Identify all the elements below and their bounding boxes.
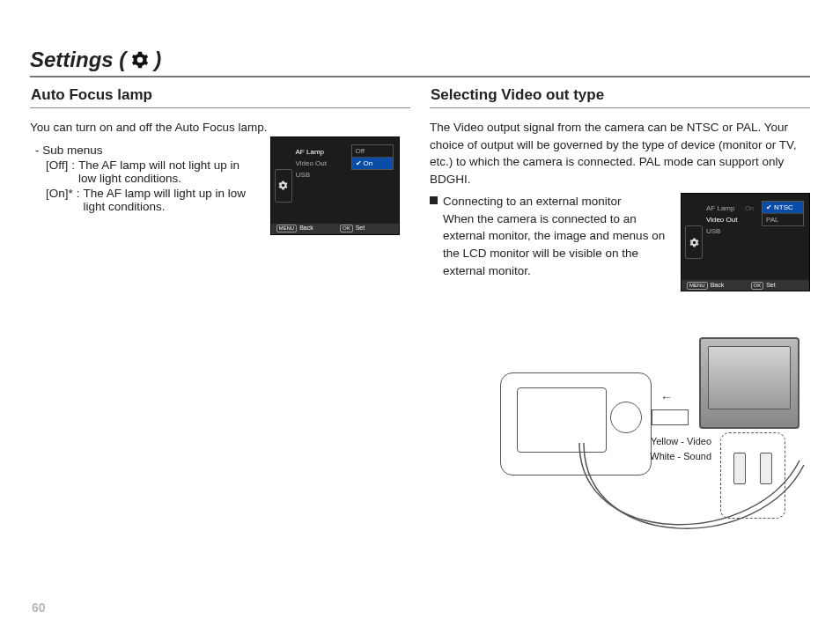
gear-icon <box>275 169 292 203</box>
lcd-back-label[interactable]: Back <box>711 282 725 288</box>
af-intro: You can turn on and off the Auto Focus l… <box>30 119 410 136</box>
submenu-desc: The AF lamp will not light up in low lig… <box>78 158 254 185</box>
lcd-menu-item[interactable]: Video Out <box>706 214 758 225</box>
usb-plug-icon <box>652 409 689 425</box>
lcd-menu-item[interactable]: USB <box>296 169 348 181</box>
cable-color-labels: Yellow - Video White - Sound <box>650 434 711 463</box>
title-suffix: ) <box>154 48 161 72</box>
menu-badge: MENU <box>276 225 298 232</box>
lcd-option[interactable]: NTSC <box>763 202 803 213</box>
submenu-desc: The AF lamp will light up in low light c… <box>84 187 260 213</box>
lcd-set-label[interactable]: Set <box>356 225 365 231</box>
left-column: Auto Focus lamp You can turn on and off … <box>30 85 410 566</box>
submenu-sep: : <box>68 158 78 185</box>
title-rule <box>30 76 810 77</box>
connect-block: Connecting to an external monitor When t… <box>430 193 668 279</box>
section-heading-af-lamp: Auto Focus lamp <box>30 85 410 108</box>
lcd-option[interactable]: Off <box>352 145 393 157</box>
lcd-menu-item[interactable]: AF Lamp <box>296 146 348 158</box>
submenu-block: - Sub menus [Off] : The AF lamp will not… <box>30 144 260 213</box>
arrow-left-icon: ← <box>660 390 673 404</box>
lcd-set-label[interactable]: Set <box>766 282 776 288</box>
lcd-option[interactable]: On <box>352 157 393 169</box>
lcd-footer: MENUBack OKSet <box>271 224 399 234</box>
label-white-sound: White - Sound <box>650 449 711 464</box>
gear-icon <box>685 225 703 259</box>
gear-icon <box>131 51 149 69</box>
lcd-back-label[interactable]: Back <box>299 225 313 231</box>
submenu-key: [Off] <box>46 158 68 185</box>
lcd-menu-list: AF Lamp :On Video Out USB <box>706 203 758 237</box>
submenu-key: [On]* <box>46 187 73 213</box>
connection-diagram: ← Yellow - Video White - Sound <box>430 337 810 566</box>
page-title: Settings ( ) <box>30 48 810 72</box>
lcd-footer: MENUBack OKSet <box>682 280 809 291</box>
lcd-menu-item[interactable]: Video Out <box>296 158 348 169</box>
lcd-option-list: Off On <box>351 144 394 170</box>
page-number: 60 <box>32 601 46 615</box>
connect-title: Connecting to an external monitor <box>443 195 622 208</box>
menu-badge: MENU <box>687 282 708 290</box>
ok-badge: OK <box>340 225 353 232</box>
connect-body: When the camera is connected to an exter… <box>443 210 668 279</box>
lcd-menu-item[interactable]: USB <box>706 225 758 237</box>
lcd-menu-list: AF Lamp Video Out USB <box>296 146 348 181</box>
submenu-sep: : <box>73 187 84 213</box>
submenu-item: [On]* : The AF lamp will light up in low… <box>46 187 260 213</box>
submenu-label: - Sub menus <box>35 144 260 157</box>
lcd-preview-af: AF Lamp Video Out USB Off On MENUBack OK… <box>270 136 400 235</box>
lcd-option-list: NTSC PAL <box>762 201 804 226</box>
submenu-item: [Off] : The AF lamp will not light up in… <box>46 158 260 185</box>
rca-jacks-icon <box>720 432 785 519</box>
ok-badge: OK <box>751 282 764 290</box>
label-yellow-video: Yellow - Video <box>650 434 711 449</box>
video-intro: The Video output signal from the camera … <box>430 119 810 188</box>
section-heading-video-out: Selecting Video out type <box>430 85 810 108</box>
title-prefix: Settings ( <box>30 48 126 72</box>
lcd-preview-video: AF Lamp :On Video Out USB NTSC PAL MENUB… <box>681 193 810 291</box>
square-bullet-icon <box>430 196 438 204</box>
lcd-menu-item[interactable]: AF Lamp :On <box>706 203 758 214</box>
monitor-icon <box>699 337 799 429</box>
lcd-option[interactable]: PAL <box>763 213 803 225</box>
right-column: Selecting Video out type The Video outpu… <box>430 85 810 566</box>
